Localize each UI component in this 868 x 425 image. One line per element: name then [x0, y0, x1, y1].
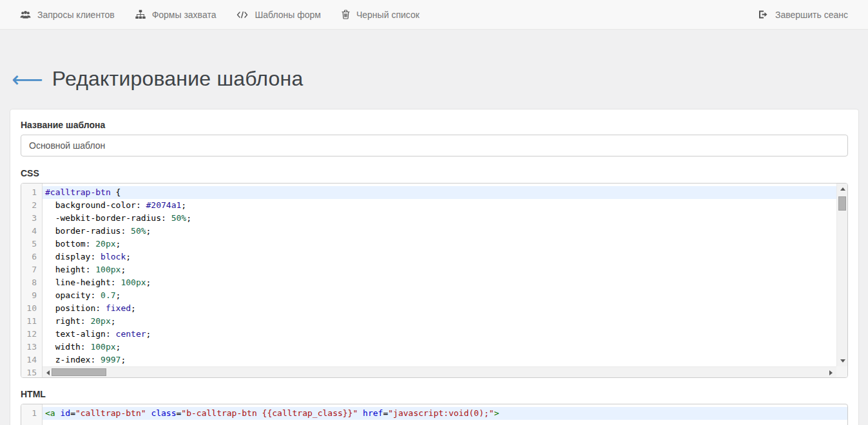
line-number: 15	[21, 366, 43, 378]
nav-item-logout[interactable]: Завершить сеанс	[748, 0, 858, 29]
line-number: 3	[21, 212, 43, 225]
code-line-content[interactable]: right: 20px;	[43, 315, 847, 328]
code-line[interactable]: 9 opacity: 0.7;	[21, 289, 847, 302]
code-line-content[interactable]: line-height: 100px;	[43, 276, 847, 289]
scroll-right-button[interactable]	[825, 367, 836, 378]
template-edit-card: Название шаблона CSS 1#calltrap-btn {2 b…	[10, 109, 859, 425]
nav-item-capture-forms[interactable]: Формы захвата	[125, 0, 227, 29]
line-number: 9	[21, 289, 43, 302]
code-line[interactable]: 10 position: fixed;	[21, 302, 847, 315]
nav-item-client-requests[interactable]: Запросы клиентов	[10, 0, 125, 29]
sitemap-icon	[135, 10, 146, 19]
navbar-left-group: Запросы клиентов Формы захвата	[10, 0, 748, 29]
vertical-scrollbar[interactable]	[836, 184, 847, 366]
page-header: ⟵ Редактирование шаблона	[12, 67, 868, 91]
code-line[interactable]: 3 -webkit-border-radius: 50%;	[21, 212, 847, 225]
line-number: 2	[21, 199, 43, 212]
nav-item-label: Шаблоны форм	[255, 10, 321, 20]
code-line-content[interactable]: z-index: 9997;	[43, 354, 847, 366]
users-icon	[20, 10, 31, 19]
html-code-editor[interactable]: 1<a id="calltrap-btn" class="b-calltrap-…	[21, 404, 848, 425]
code-line-content[interactable]: -webkit-border-radius: 50%;	[43, 212, 847, 225]
code-line-content[interactable]: bottom: 20px;	[43, 238, 847, 250]
nav-item-form-templates[interactable]: Шаблоны форм	[226, 0, 331, 29]
sign-out-icon	[758, 10, 769, 19]
line-number: 8	[21, 276, 43, 289]
code-icon	[236, 10, 248, 19]
line-number: 6	[21, 250, 43, 263]
line-number: 5	[21, 238, 43, 250]
top-navbar: Запросы клиентов Формы захвата	[0, 0, 868, 30]
line-number: 7	[21, 263, 43, 276]
line-number: 12	[21, 328, 43, 341]
page-title: Редактирование шаблона	[52, 67, 304, 91]
vertical-scroll-thumb[interactable]	[838, 196, 846, 211]
code-line[interactable]: 1#calltrap-btn {	[21, 186, 847, 199]
line-number: 10	[21, 302, 43, 315]
css-code-editor[interactable]: 1#calltrap-btn {2 background-color: #207…	[21, 183, 848, 378]
code-line[interactable]: 12 text-align: center;	[21, 328, 847, 341]
line-number: 13	[21, 341, 43, 354]
code-line-content[interactable]: opacity: 0.7;	[43, 289, 847, 302]
code-line-content[interactable]: width: 100px;	[43, 341, 847, 354]
code-line[interactable]: 11 right: 20px;	[21, 315, 847, 328]
trash-icon	[342, 10, 350, 19]
horizontal-scrollbar[interactable]	[43, 366, 836, 377]
code-line[interactable]: 14 z-index: 9997;	[21, 354, 847, 366]
css-label: CSS	[21, 168, 848, 178]
line-number: 11	[21, 315, 43, 328]
code-line[interactable]: 5 bottom: 20px;	[21, 238, 847, 250]
nav-item-label: Запросы клиентов	[37, 10, 115, 20]
nav-item-label: Завершить сеанс	[775, 10, 848, 20]
code-line[interactable]: 4 border-radius: 50%;	[21, 225, 847, 238]
line-number: 1	[21, 407, 43, 420]
template-name-input[interactable]	[21, 135, 848, 156]
back-arrow-link[interactable]: ⟵	[12, 68, 43, 90]
code-line-content[interactable]: <a id="calltrap-btn" class="b-calltrap-b…	[43, 407, 847, 420]
nav-item-blacklist[interactable]: Черный список	[331, 0, 430, 29]
scrollbar-corner	[836, 366, 847, 377]
css-code-lines: 1#calltrap-btn {2 background-color: #207…	[21, 184, 847, 378]
horizontal-scroll-thumb[interactable]	[52, 368, 106, 376]
code-line[interactable]: 13 width: 100px;	[21, 341, 847, 354]
code-line[interactable]: 8 line-height: 100px;	[21, 276, 847, 289]
nav-item-label: Формы захвата	[152, 10, 217, 20]
code-line[interactable]: 2 background-color: #2074a1;	[21, 199, 847, 212]
code-line-content[interactable]: position: fixed;	[43, 302, 847, 315]
nav-item-label: Черный список	[356, 10, 420, 20]
html-label: HTML	[21, 389, 848, 399]
line-number: 4	[21, 225, 43, 238]
code-line[interactable]: 1<a id="calltrap-btn" class="b-calltrap-…	[21, 407, 847, 420]
code-line-content[interactable]: display: block;	[43, 250, 847, 263]
line-number: 14	[21, 354, 43, 366]
scroll-up-button[interactable]	[837, 184, 848, 194]
template-name-label: Название шаблона	[21, 120, 848, 130]
code-line[interactable]: 6 display: block;	[21, 250, 847, 263]
code-line[interactable]: 7 height: 100px;	[21, 263, 847, 276]
scroll-down-button[interactable]	[837, 355, 848, 366]
line-number: 1	[21, 186, 43, 199]
code-line-content[interactable]: text-align: center;	[43, 328, 847, 341]
code-line-content[interactable]: height: 100px;	[43, 263, 847, 276]
code-line-content[interactable]: #calltrap-btn {	[43, 186, 847, 199]
code-line-content[interactable]: border-radius: 50%;	[43, 225, 847, 238]
code-line-content[interactable]: background-color: #2074a1;	[43, 199, 847, 212]
html-code-lines: 1<a id="calltrap-btn" class="b-calltrap-…	[21, 404, 847, 420]
